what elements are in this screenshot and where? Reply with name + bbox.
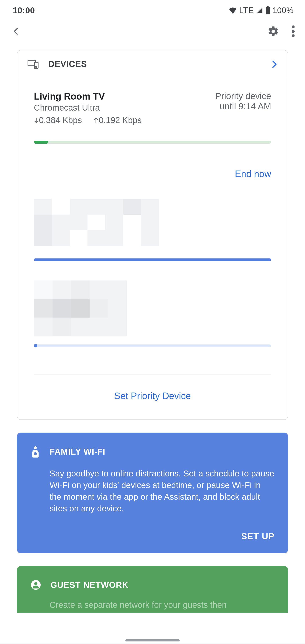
- family-wifi-card: FAMILY WI-FI Say goodbye to online distr…: [17, 432, 288, 554]
- devices-card-header[interactable]: DEVICES: [17, 50, 288, 78]
- redacted-device-1: [34, 199, 271, 261]
- svg-rect-1: [267, 6, 269, 8]
- device-subtitle: Chromecast Ultra: [34, 103, 142, 112]
- priority-line-2: until 9:14 AM: [215, 101, 271, 112]
- svg-rect-0: [266, 7, 270, 14]
- wifi-icon: [228, 7, 237, 14]
- set-priority-button[interactable]: Set Priority Device: [114, 391, 191, 401]
- usage-bar-3: [34, 344, 271, 347]
- usage-bar-2: [34, 258, 271, 261]
- redacted-device-2: [34, 280, 271, 347]
- svg-point-12: [34, 582, 38, 585]
- status-bar: 10:00 LTE 100%: [0, 0, 305, 17]
- svg-point-2: [292, 26, 294, 28]
- status-battery-percent: 100%: [272, 6, 294, 15]
- priority-status: Priority device until 9:14 AM: [215, 91, 271, 112]
- devices-icon: [28, 60, 38, 69]
- chevron-right-icon: [272, 60, 278, 68]
- battery-icon: [266, 6, 270, 14]
- end-now-button[interactable]: End now: [235, 169, 271, 179]
- download-speed: 0.384 Kbps: [39, 116, 82, 125]
- guest-network-body: Create a separate network for your guest…: [50, 599, 274, 611]
- device-name: Living Room TV: [34, 91, 142, 102]
- settings-button[interactable]: [267, 26, 279, 37]
- svg-point-7: [36, 66, 37, 68]
- family-wifi-title: FAMILY WI-FI: [50, 447, 105, 456]
- devices-card: DEVICES Living Room TV Chromecast Ultra …: [17, 50, 288, 420]
- cellular-icon: [256, 7, 263, 14]
- status-time: 10:00: [13, 6, 35, 15]
- status-right: LTE 100%: [228, 6, 294, 15]
- device-speeds: 0.384 Kbps 0.192 Kbps: [34, 116, 142, 125]
- app-bar: [0, 17, 305, 46]
- back-button[interactable]: [12, 27, 20, 36]
- family-wifi-body: Say goodbye to online distractions. Set …: [50, 468, 274, 514]
- upload-speed: 0.192 Kbps: [99, 116, 142, 125]
- guest-icon: [30, 580, 41, 590]
- priority-device-block: Living Room TV Chromecast Ultra 0.384 Kb…: [17, 78, 288, 420]
- device-info: Living Room TV Chromecast Ultra 0.384 Kb…: [34, 91, 142, 125]
- status-lte: LTE: [239, 6, 254, 15]
- nav-handle[interactable]: [126, 639, 180, 642]
- family-wifi-setup-button[interactable]: SET UP: [241, 531, 274, 542]
- guest-network-card: GUEST NETWORK Create a separate network …: [17, 566, 288, 613]
- more-button[interactable]: [292, 26, 295, 37]
- devices-card-title: DEVICES: [48, 59, 272, 69]
- upload-icon: [94, 117, 98, 123]
- svg-point-8: [34, 446, 37, 449]
- svg-point-4: [292, 34, 294, 37]
- family-icon: [30, 446, 40, 458]
- guest-network-title: GUEST NETWORK: [50, 580, 128, 590]
- usage-bar-1: [34, 141, 271, 144]
- svg-point-10: [34, 452, 36, 454]
- download-icon: [34, 117, 38, 123]
- svg-point-3: [292, 30, 294, 33]
- priority-line-1: Priority device: [215, 91, 271, 101]
